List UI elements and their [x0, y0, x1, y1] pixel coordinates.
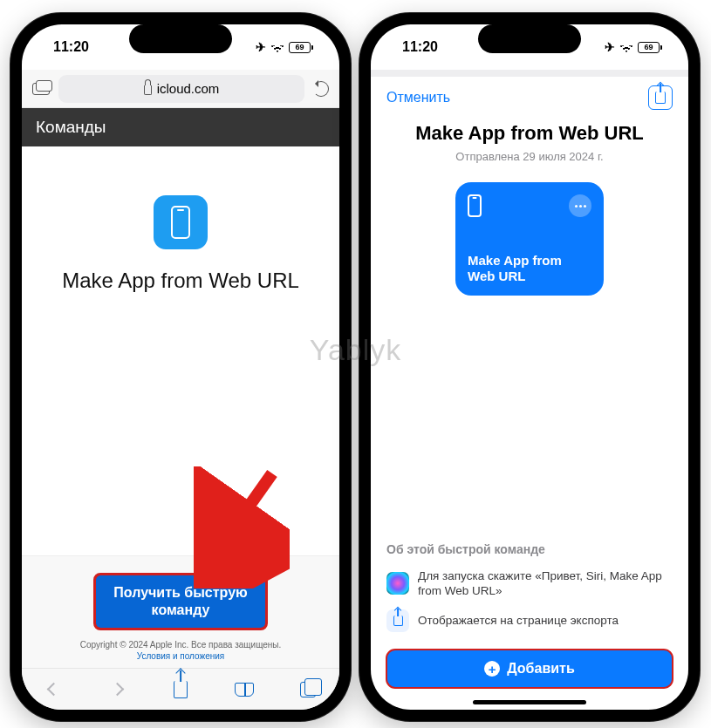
tabs-button[interactable] — [297, 679, 318, 700]
shortcut-app-icon — [154, 195, 208, 249]
siri-hint-text: Для запуска скажите «Привет, Siri, Make … — [418, 568, 673, 599]
about-heading: Об этой быстрой команде — [386, 542, 673, 556]
add-shortcut-button[interactable]: + Добавить — [386, 650, 673, 688]
plus-icon: + — [484, 661, 500, 677]
shortcut-title: Make App from Web URL — [386, 122, 673, 145]
forward-button[interactable] — [106, 679, 127, 700]
export-icon — [386, 609, 409, 632]
more-icon[interactable] — [569, 194, 591, 217]
lock-icon — [144, 85, 152, 95]
battery-icon: 69 — [638, 42, 662, 53]
tab-overview-icon[interactable] — [32, 83, 50, 95]
bookmarks-button[interactable] — [234, 679, 255, 700]
terms-link[interactable]: Условия и положения — [22, 651, 339, 661]
phone-left: 11:20 ✈ 69 icloud.com Команды — [10, 13, 351, 721]
dynamic-island — [129, 24, 232, 53]
page-title-bar: Команды — [22, 108, 339, 146]
dynamic-island — [478, 24, 581, 53]
status-time: 11:20 — [402, 39, 438, 55]
annotation-arrow — [194, 466, 290, 589]
back-button[interactable] — [43, 679, 64, 700]
card-title: Make App from Web URL — [468, 253, 591, 286]
url-domain: icloud.com — [157, 81, 220, 96]
siri-hint-row: Для запуска скажите «Привет, Siri, Make … — [386, 563, 673, 604]
sent-date: Отправлена 29 июля 2024 г. — [386, 150, 673, 163]
svg-line-0 — [209, 473, 272, 562]
safari-url-bar: icloud.com — [22, 70, 339, 108]
home-indicator — [473, 700, 586, 704]
airplane-icon: ✈ — [605, 40, 615, 54]
siri-icon — [386, 572, 409, 595]
share-button[interactable] — [170, 679, 191, 700]
wifi-icon — [270, 42, 284, 52]
phone-glyph-icon — [468, 194, 482, 217]
safari-toolbar — [22, 668, 339, 710]
phone-right: 11:20 ✈ 69 Отменить Make App from Web UR… — [359, 13, 700, 721]
export-text: Отображается на странице экспорта — [418, 613, 619, 629]
reload-icon[interactable] — [313, 81, 329, 97]
shortcut-card[interactable]: Make App from Web URL — [455, 182, 604, 296]
share-button[interactable] — [648, 85, 673, 110]
airplane-icon: ✈ — [256, 40, 266, 54]
wifi-icon — [619, 42, 633, 52]
battery-icon: 69 — [289, 42, 313, 53]
phone-glyph-icon — [171, 206, 190, 239]
copyright-text: Copyright © 2024 Apple Inc. Все права за… — [22, 640, 339, 650]
address-field[interactable]: icloud.com — [58, 75, 304, 103]
status-time: 11:20 — [53, 39, 89, 55]
export-row: Отображается на странице экспорта — [386, 604, 673, 637]
shortcut-name-heading: Make App from Web URL — [62, 269, 299, 293]
cancel-button[interactable]: Отменить — [386, 90, 450, 105]
